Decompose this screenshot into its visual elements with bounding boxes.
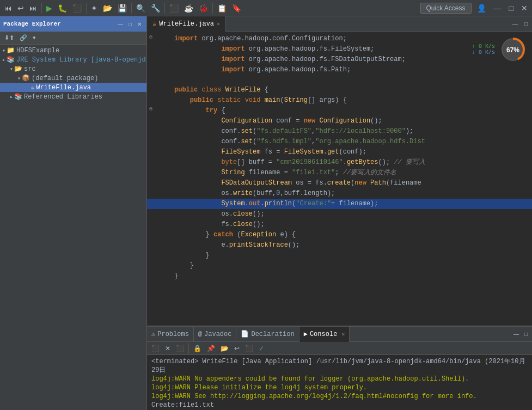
console-wrap-btn[interactable]: ↩: [232, 342, 242, 355]
toolbar-sep-2: [86, 3, 87, 14]
code-line: byte[] buff = "cmn201906110146".getBytes…: [147, 157, 532, 168]
editor-tab-close[interactable]: ✕: [217, 21, 220, 27]
console-scroll-lock-btn[interactable]: 🔒: [191, 342, 204, 355]
tree-item-writefile[interactable]: ☕WriteFile.java: [0, 83, 146, 92]
toolbar-btn-undo[interactable]: ↩: [15, 2, 26, 15]
tab-javadoc[interactable]: @ Javadoc: [194, 327, 237, 342]
tree-item-default-package[interactable]: ▾📦(default package): [0, 74, 146, 83]
tree-arrow-ref-libraries[interactable]: ▸: [10, 94, 13, 100]
tree-item-hdfs-example[interactable]: ▾📁HDFSExample: [0, 46, 146, 55]
console-stop-btn[interactable]: ⬛: [149, 342, 162, 355]
package-tree: ▾📁HDFSExample▸📚JRE System Library [java-…: [0, 45, 146, 410]
tree-icon-ref-libraries: 📚: [14, 93, 22, 101]
code-line: import org.apache.hadoop.fs.Path;: [147, 65, 532, 75]
code-editor[interactable]: ↑ 0 K/s ↓ 0 K/s 67% ⊖: [147, 32, 532, 326]
problems-icon: ⚠: [151, 330, 155, 338]
tab-problems[interactable]: ⚠ Problems: [147, 327, 194, 342]
tree-label-hdfs-example: HDFSExample: [16, 47, 59, 54]
toolbar-btn-perspective[interactable]: ⬛: [167, 2, 181, 15]
tree-item-jre-library[interactable]: ▸📚JRE System Library [java-8-openjd: [0, 55, 146, 64]
toolbar-btn-open[interactable]: 📂: [101, 2, 114, 15]
code-line: String filename = "file1.txt"; //要写入的文件名: [147, 168, 532, 178]
console-output-text: Create:file1.txt: [151, 401, 528, 409]
toolbar-btn-user[interactable]: 👤: [475, 2, 488, 15]
console-check-btn[interactable]: ✓: [256, 342, 266, 355]
declaration-icon: 📄: [241, 330, 249, 338]
console-warn-1: log4j:WARN No appenders could be found f…: [151, 375, 528, 383]
tree-item-ref-libraries[interactable]: ▸📚Referenced Libraries: [0, 92, 146, 101]
toolbar-btn-stop[interactable]: ⬛: [70, 2, 84, 15]
pe-link-btn[interactable]: 🔗: [17, 32, 29, 45]
toolbar-btn-maximize[interactable]: □: [507, 2, 516, 15]
toolbar-btn-debug2[interactable]: 🐞: [197, 2, 210, 15]
code-line: ⊖ import org.apache.hadoop.conf.Configur…: [147, 34, 532, 44]
bottom-panel: ⚠ Problems @ Javadoc 📄 Declaration ▶ Con…: [147, 326, 532, 410]
right-panel: ☕ WriteFile.java ✕ — □ ↑ 0 K/s: [147, 16, 532, 410]
toolbar-btn-minimize[interactable]: —: [492, 2, 504, 15]
tree-label-src: src: [24, 65, 36, 73]
toolbar-btn-fwd[interactable]: ⏭: [27, 2, 39, 15]
fold-indicator[interactable]: ⊖: [149, 34, 152, 40]
tree-label-jre-library: JRE System Library [java-8-openjd: [16, 56, 146, 64]
console-clear-btn[interactable]: ⬛: [174, 342, 186, 355]
toolbar-btn-debug[interactable]: 🐛: [56, 2, 69, 15]
panel-close-btn[interactable]: ✕: [136, 21, 143, 28]
tree-arrow-jre-library[interactable]: ▸: [2, 57, 5, 63]
editor-area: ☕ WriteFile.java ✕ — □ ↑ 0 K/s: [147, 16, 532, 326]
code-line: import org.apache.hadoop.fs.FSDataOutput…: [147, 54, 532, 65]
toolbar-btn-run[interactable]: ▶: [44, 2, 54, 15]
quick-access-area: Quick Access 👤 — □ ✕: [420, 2, 530, 15]
editor-maximize-btn[interactable]: □: [522, 17, 530, 30]
panel-maximize-btn[interactable]: □: [127, 21, 133, 28]
code-line: [147, 75, 532, 85]
toolbar-btn-back[interactable]: ⏮: [2, 2, 14, 15]
tab-console[interactable]: ▶ Console ✕: [299, 327, 350, 342]
tree-arrow-hdfs-example[interactable]: ▾: [2, 47, 5, 54]
package-explorer-title: Package Explorer: [3, 21, 61, 27]
panel-minimize-btn[interactable]: —: [116, 21, 125, 28]
editor-minimize-btn[interactable]: —: [510, 17, 520, 30]
toolbar-btn-save[interactable]: 💾: [115, 2, 129, 15]
pe-collapse-btn[interactable]: ⬇⬆: [2, 32, 16, 45]
code-content: ⊖ import org.apache.hadoop.conf.Configur…: [147, 32, 532, 284]
bottom-minimize-btn[interactable]: —: [511, 328, 521, 341]
console-toolbar: ⬛ ✕ ⬛ 🔒 📌 📂 ↩ ⬛ ✓: [147, 342, 532, 355]
tree-icon-jre-library: 📚: [7, 56, 15, 64]
javadoc-icon: @: [198, 331, 202, 338]
toolbar-btn-close[interactable]: ✕: [519, 2, 530, 15]
toolbar-btn-bookmarks[interactable]: 🔖: [230, 2, 243, 15]
code-line: FileSystem fs = FileSystem.get(conf);: [147, 147, 532, 157]
toolbar-btn-refactor[interactable]: 🔧: [149, 2, 162, 15]
toolbar-btn-search[interactable]: 🔍: [134, 2, 148, 15]
console-close-btn[interactable]: ✕: [163, 342, 173, 355]
code-line: os.write(buff,0,buff.length);: [147, 188, 532, 199]
declaration-label: Declaration: [251, 331, 294, 338]
tab-declaration[interactable]: 📄 Declaration: [236, 327, 299, 342]
editor-tab-writefile[interactable]: ☕ WriteFile.java ✕: [147, 16, 226, 32]
main-toolbar: ⏮ ↩ ⏭ ▶ 🐛 ⬛ ✦ 📂 💾 🔍 🔧 ⬛ ☕ 🐞 📋 🔖 Quick Ac…: [0, 0, 532, 16]
editor-tabs: ☕ WriteFile.java ✕ — □: [147, 16, 532, 32]
code-line: Configuration conf = new Configuration()…: [147, 116, 532, 126]
package-explorer-toolbar: ⬇⬆ 🔗 ▾: [0, 32, 146, 45]
toolbar-btn-new[interactable]: ✦: [89, 2, 100, 15]
toolbar-sep-5: [212, 3, 213, 14]
fold-indicator-try[interactable]: ⊖: [149, 106, 152, 112]
toolbar-btn-tasks[interactable]: 📋: [215, 2, 229, 15]
panel-header-icons: — □ ✕: [116, 21, 143, 28]
console-format-btn[interactable]: ⬛: [243, 342, 255, 355]
console-open-btn[interactable]: 📂: [218, 342, 231, 355]
tree-arrow-default-package[interactable]: ▾: [17, 75, 21, 82]
console-icon: ▶: [304, 330, 308, 338]
code-line: public class WriteFile {: [147, 85, 532, 95]
bottom-maximize-btn[interactable]: □: [522, 328, 530, 341]
quick-access-button[interactable]: Quick Access: [420, 3, 472, 14]
pe-menu-btn[interactable]: ▾: [30, 32, 38, 45]
console-pin-btn[interactable]: 📌: [205, 342, 217, 355]
toolbar-btn-java[interactable]: ☕: [182, 2, 195, 15]
tree-arrow-src[interactable]: ▾: [10, 66, 13, 72]
code-line: ⊖ try {: [147, 106, 532, 116]
console-tab-close[interactable]: ✕: [341, 331, 345, 338]
tree-icon-hdfs-example: 📁: [7, 46, 15, 54]
tree-item-src[interactable]: ▾📂src: [0, 64, 146, 74]
code-line: import org.apache.hadoop.fs.FileSystem;: [147, 44, 532, 54]
